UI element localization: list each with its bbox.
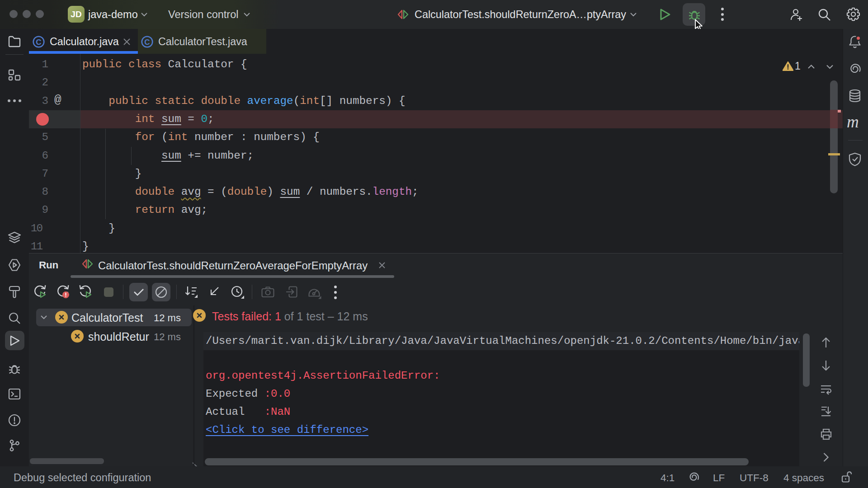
svg-text:C: C: [36, 38, 41, 47]
svg-text:C: C: [144, 38, 150, 47]
